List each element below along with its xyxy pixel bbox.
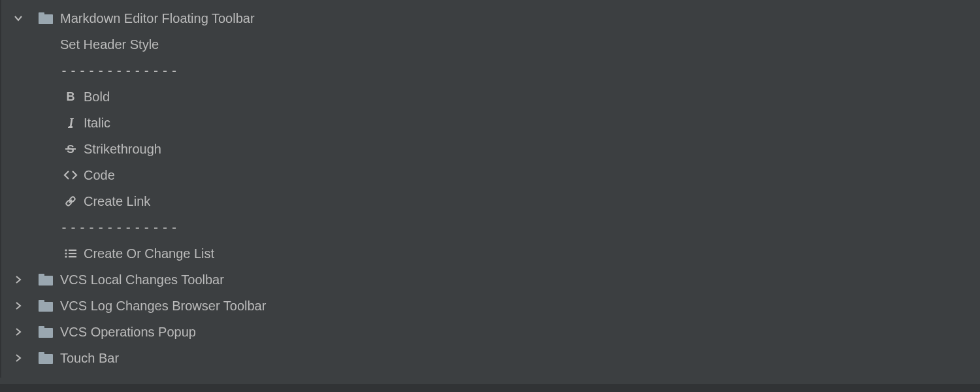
tree-item-create-or-change-list[interactable]: Create Or Change List [4, 240, 980, 267]
tree-item-label: Code [82, 168, 115, 183]
tree-item-label: Strikethrough [82, 142, 161, 157]
link-icon [64, 195, 77, 208]
separator-text: ------------- [59, 220, 180, 235]
tree-item-label: Create Or Change List [82, 246, 214, 261]
list-icon [64, 247, 77, 260]
strikethrough-icon: S [64, 142, 77, 155]
folder-icon [39, 12, 53, 24]
tree-item-touch-bar[interactable]: Touch Bar [4, 345, 980, 371]
tree-item-label: Set Header Style [59, 37, 159, 52]
tree-item-create-link[interactable]: Create Link [4, 188, 980, 214]
svg-point-8 [65, 249, 67, 251]
separator-text: ------------- [59, 63, 180, 78]
tree-item-vcs-operations-popup[interactable]: VCS Operations Popup [4, 319, 980, 345]
tree-item-label: VCS Local Changes Toolbar [59, 272, 224, 287]
tree-item-label: Create Link [82, 194, 150, 209]
settings-tree-panel: Markdown Editor Floating Toolbar Set Hea… [0, 0, 980, 378]
chevron-down-icon [14, 14, 23, 23]
svg-point-10 [65, 255, 67, 257]
tree-item-label: VCS Log Changes Browser Toolbar [59, 299, 266, 314]
chevron-right-icon [14, 275, 23, 284]
tree-item-label: Bold [82, 90, 110, 105]
tree-separator: ------------- [4, 57, 980, 84]
svg-point-9 [65, 252, 67, 254]
tree-item-label: Markdown Editor Floating Toolbar [59, 11, 255, 26]
bold-icon: B [64, 90, 77, 103]
chevron-right-icon [14, 353, 23, 363]
tree-item-vcs-local-changes-toolbar[interactable]: VCS Local Changes Toolbar [4, 267, 980, 293]
folder-icon [39, 326, 53, 338]
tree-item-code[interactable]: Code [4, 162, 980, 188]
tree-item-bold[interactable]: B Bold [4, 84, 980, 110]
tree-item-label: Italic [82, 116, 110, 131]
panel-divider [0, 384, 980, 392]
tree-item-label: VCS Operations Popup [59, 325, 196, 340]
italic-icon: I [64, 116, 77, 129]
tree-item-set-header-style[interactable]: Set Header Style [4, 31, 980, 57]
tree-item-label: Touch Bar [59, 351, 119, 366]
svg-text:B: B [67, 90, 75, 103]
folder-icon [39, 274, 53, 286]
tree-item-markdown-floating-toolbar[interactable]: Markdown Editor Floating Toolbar [4, 5, 980, 31]
tree-item-vcs-log-changes-browser-toolbar[interactable]: VCS Log Changes Browser Toolbar [4, 293, 980, 319]
chevron-right-icon [14, 301, 23, 310]
folder-icon [39, 300, 53, 312]
tree-separator: ------------- [4, 214, 980, 240]
code-icon [63, 169, 78, 182]
tree-item-italic[interactable]: I Italic [4, 110, 980, 136]
tree-item-strikethrough[interactable]: S Strikethrough [4, 136, 980, 162]
folder-icon [39, 352, 53, 364]
chevron-right-icon [14, 327, 23, 336]
